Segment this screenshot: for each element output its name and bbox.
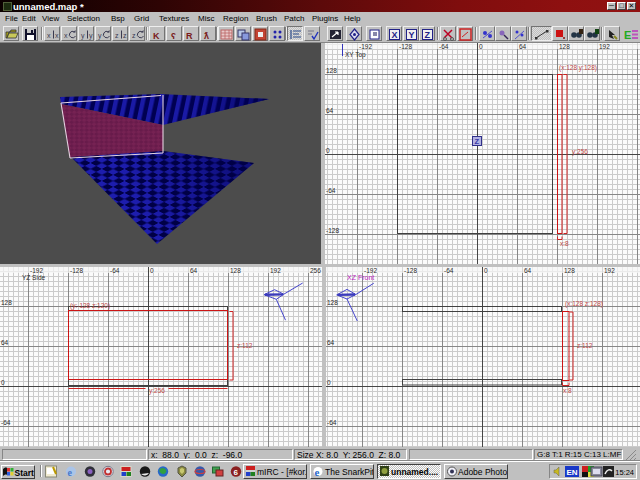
svg-text:e: e xyxy=(68,467,73,478)
svg-text:x:8: x:8 xyxy=(563,387,572,394)
svg-text:x: x xyxy=(64,32,68,39)
svg-text:6: 6 xyxy=(234,468,239,477)
svg-text:Y: Y xyxy=(409,30,415,40)
svg-text:z:112: z:112 xyxy=(237,342,253,349)
svg-text:-64: -64 xyxy=(1,419,11,426)
svg-text:-64: -64 xyxy=(444,267,454,274)
svg-text:x: x xyxy=(47,32,51,39)
svg-text:-192: -192 xyxy=(359,43,372,50)
svg-text:y: y xyxy=(89,32,93,40)
svg-text:64: 64 xyxy=(326,107,334,114)
svg-text:z:112: z:112 xyxy=(577,342,593,349)
svg-text:EN: EN xyxy=(567,468,578,477)
svg-text:XZ Front: XZ Front xyxy=(347,274,374,281)
svg-text:-64: -64 xyxy=(327,419,337,426)
svg-text:x:8: x:8 xyxy=(560,240,569,247)
svg-text:192: 192 xyxy=(604,267,615,274)
svg-text:128: 128 xyxy=(1,299,12,306)
svg-text:0: 0 xyxy=(150,267,154,274)
svg-text:-64: -64 xyxy=(326,187,336,194)
svg-text:X: X xyxy=(392,30,398,40)
svg-text:Z: Z xyxy=(425,30,431,40)
svg-text:y:256: y:256 xyxy=(149,387,165,395)
svg-text:128: 128 xyxy=(230,267,241,274)
svg-text:unnamed....: unnamed.... xyxy=(391,467,438,477)
svg-text:The SnarkPit...: The SnarkPit... xyxy=(325,467,374,477)
svg-text:64: 64 xyxy=(327,339,335,346)
svg-text:(x:128 z:128): (x:128 z:128) xyxy=(565,300,603,308)
svg-text:64: 64 xyxy=(1,339,9,346)
svg-text:128: 128 xyxy=(564,267,575,274)
svg-text:z: z xyxy=(115,32,119,39)
svg-text:-128: -128 xyxy=(326,227,339,234)
svg-text:XY Top: XY Top xyxy=(345,51,366,59)
svg-text:y: y xyxy=(81,32,85,40)
svg-text:-192: -192 xyxy=(30,267,43,274)
svg-text:(x:128 y:128): (x:128 y:128) xyxy=(559,64,597,72)
svg-text:0: 0 xyxy=(326,147,330,154)
svg-text:64: 64 xyxy=(190,267,198,274)
svg-text:0: 0 xyxy=(327,379,331,386)
svg-text:256: 256 xyxy=(310,267,321,274)
svg-text:mIRC - [#kor...: mIRC - [#kor... xyxy=(257,467,307,477)
svg-text:YZ Side: YZ Side xyxy=(22,274,46,281)
svg-text:Adobe Photo...: Adobe Photo... xyxy=(458,467,508,477)
svg-text:E: E xyxy=(624,29,631,41)
svg-text:y: y xyxy=(98,32,102,40)
svg-text:192: 192 xyxy=(599,43,610,50)
svg-text:0: 0 xyxy=(479,43,483,50)
svg-text:-128: -128 xyxy=(404,267,417,274)
svg-text:64: 64 xyxy=(524,267,532,274)
svg-text:R: R xyxy=(186,31,193,41)
svg-text:e: e xyxy=(315,466,320,478)
svg-text:y:256: y:256 xyxy=(572,148,588,156)
svg-text:-64: -64 xyxy=(110,267,120,274)
svg-text:z: z xyxy=(123,32,127,39)
svg-text:0: 0 xyxy=(1,379,5,386)
svg-text:-64: -64 xyxy=(439,43,449,50)
svg-text:K: K xyxy=(153,31,160,41)
svg-text:(y:-128 z:120): (y:-128 z:120) xyxy=(70,302,110,310)
svg-text:-192: -192 xyxy=(364,267,377,274)
svg-text:192: 192 xyxy=(270,267,281,274)
svg-text:Z: Z xyxy=(475,137,480,146)
svg-text:64: 64 xyxy=(519,43,527,50)
svg-text:z: z xyxy=(132,32,136,39)
svg-text:-128: -128 xyxy=(399,43,412,50)
svg-text:128: 128 xyxy=(559,43,570,50)
svg-text:128: 128 xyxy=(327,299,338,306)
svg-text:Start: Start xyxy=(15,468,35,478)
svg-text:128: 128 xyxy=(326,67,337,74)
svg-text:0: 0 xyxy=(484,267,488,274)
svg-text:-128: -128 xyxy=(70,267,83,274)
svg-text:ƛ: ƛ xyxy=(204,31,209,41)
svg-text:x: x xyxy=(55,32,59,39)
svg-text:ʕ: ʕ xyxy=(171,31,176,41)
